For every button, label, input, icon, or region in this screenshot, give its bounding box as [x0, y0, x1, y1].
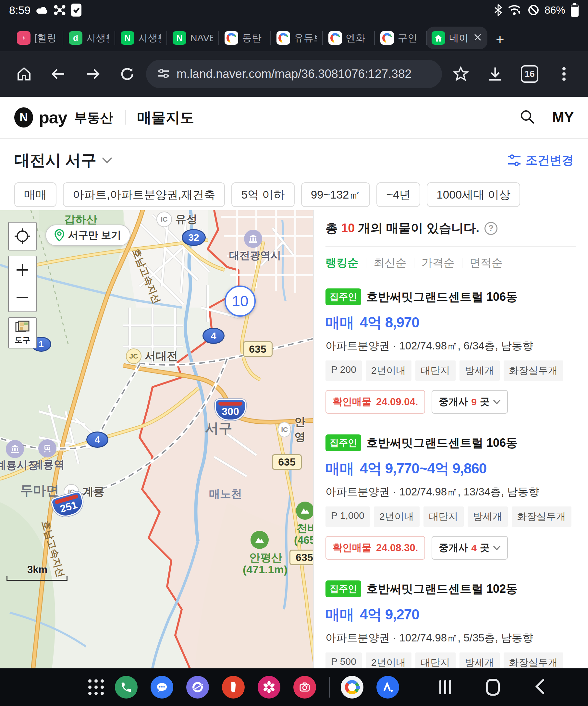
listing-card[interactable]: 집주인 호반써밋그랜드센트럴 106동 매매 4억 9,770~4억 9,860… [314, 425, 588, 571]
listing-title: 호반써밋그랜드센트럴 102동 [366, 581, 518, 597]
listing-title: 호반써밋그랜드센트럴 106동 [366, 289, 518, 305]
listing-cluster-marker[interactable]: 10 [225, 285, 256, 317]
listing-card[interactable]: 집주인 호반써밋그랜드센트럴 106동 매매 4억 8,970 아파트분양권 ·… [314, 279, 588, 425]
listing-price: 4억 9,770~4억 9,860 [360, 459, 486, 478]
back-icon[interactable] [43, 58, 74, 89]
help-icon[interactable]: ? [484, 222, 498, 235]
deal-type: 매매 [325, 313, 354, 332]
tab-dongtan[interactable]: 동탄 [219, 27, 271, 49]
tab-naver[interactable]: N NAVER [167, 27, 219, 49]
deal-type: 매매 [325, 459, 354, 478]
battery-percent: 86% [545, 4, 565, 16]
chip-price[interactable]: 5억 이하 [231, 182, 294, 207]
download-icon[interactable] [480, 58, 511, 89]
google-app-icon[interactable] [341, 676, 363, 699]
agent-count-dropdown[interactable]: 중개사 4 곳 [432, 536, 508, 560]
city-hall-icon [244, 230, 262, 248]
map-tools-button[interactable]: 도구 [8, 317, 37, 348]
listing-card[interactable]: 집주인 호반써밋그랜드센트럴 102동 매매 4억 9,270 아파트분양권 ·… [314, 571, 588, 668]
listing-tag: P 200 [325, 360, 362, 381]
tab-count-button[interactable]: 16 [514, 58, 545, 89]
zoom-in-button[interactable] [8, 256, 37, 284]
url-text[interactable]: m.land.naver.com/map/36.3081076:127.382 [177, 67, 431, 81]
site-settings-icon[interactable] [157, 67, 170, 81]
real-estate-label[interactable]: 부동산 [74, 109, 113, 126]
naver-blue-app-icon[interactable] [377, 676, 399, 699]
phone-app-icon[interactable] [115, 676, 138, 699]
my-location-button[interactable] [8, 222, 37, 250]
home-key[interactable] [486, 679, 500, 696]
listing-tag: P 500 [325, 653, 362, 668]
layers-icon [15, 320, 30, 334]
city-label: 대전광역시 [229, 248, 281, 263]
listing-tag: 화장실두개 [504, 653, 563, 668]
flower-app-icon[interactable] [258, 676, 280, 699]
reload-icon[interactable] [112, 58, 143, 89]
tab-jobs[interactable]: 구인 [375, 27, 426, 49]
map-canvas[interactable]: 갑하산 (468.7m) IC 유성 32 대전광역시 호남고속지선 1 JC … [0, 210, 313, 668]
divider [125, 110, 126, 125]
menu-kebab-icon[interactable] [548, 58, 580, 89]
dock-separator [329, 677, 330, 698]
listing-tag: 방세개 [460, 360, 500, 381]
listing-tag: 화장실두개 [504, 360, 563, 381]
route-635-badge: 635 [243, 341, 273, 357]
tab-favicon [225, 31, 238, 45]
status-bar: 8:59 [0, 0, 588, 20]
tab-youtube[interactable]: 유튜브 [271, 27, 322, 49]
agent-count-dropdown[interactable]: 중개사 9 곳 [432, 390, 508, 414]
home-icon[interactable] [8, 58, 40, 89]
new-tab-button[interactable]: + [496, 31, 504, 49]
red-app-icon[interactable] [222, 676, 245, 699]
owner-badge: 집주인 [325, 288, 361, 305]
sort-newest[interactable]: 최신순 [374, 256, 406, 270]
map-scale-label: 3km [27, 564, 47, 576]
mountain-icon-anpyeongsan [250, 531, 269, 549]
listing-title: 호반써밋그랜드센트럴 106동 [366, 435, 518, 451]
listing-tag: 화장실두개 [512, 506, 572, 527]
route-32-shield: 32 [182, 229, 206, 246]
station-icon [38, 439, 56, 458]
sort-area[interactable]: 면적순 [470, 256, 503, 270]
chip-property-type[interactable]: 아파트,아파트분양권,재건축 [63, 182, 225, 207]
sort-ranking[interactable]: 랭킹순 [325, 256, 359, 270]
chip-deal-type[interactable]: 매매 [14, 182, 56, 207]
listing-details: 아파트분양권 · 102/74.98㎡, 13/34층, 남동향 [325, 485, 576, 499]
tab-favicon [328, 31, 342, 45]
checklist-notification-icon [71, 3, 82, 17]
see-district-only-button[interactable]: 서구만 보기 [45, 225, 130, 246]
tab-privacy-2[interactable]: N 사생활 [115, 27, 167, 49]
tab-privacy-1[interactable]: d 사생활 [63, 27, 115, 49]
messages-app-icon[interactable] [151, 676, 173, 699]
back-key[interactable] [535, 678, 546, 696]
screen: 8:59 [0, 0, 588, 706]
chip-age[interactable]: ~4년 [377, 182, 420, 207]
sort-price[interactable]: 가격순 [422, 256, 455, 270]
route-635-badge-mid: 635 [272, 454, 302, 470]
camera-app-icon[interactable] [293, 676, 316, 699]
blocked-mode-icon [527, 4, 539, 16]
chip-area[interactable]: 99~132㎡ [301, 182, 370, 207]
bookmark-star-icon[interactable] [445, 58, 476, 89]
region-selector[interactable]: 대전시 서구 [14, 150, 113, 171]
samsung-internet-app-icon[interactable] [186, 676, 209, 699]
gyeryong-cityhall-icon [6, 440, 24, 458]
search-icon[interactable] [519, 109, 536, 126]
forward-icon[interactable] [77, 58, 108, 89]
route-4-shield: 4 [202, 328, 225, 344]
url-bar[interactable]: m.land.naver.com/map/36.3081076:127.382 [146, 60, 442, 88]
tab-healing[interactable]: ✳ [힐링 [11, 27, 63, 49]
mountain-icon-cheonbisan [296, 502, 313, 520]
tab-close-icon[interactable] [473, 33, 482, 43]
app-drawer-icon[interactable] [88, 679, 104, 695]
tab-yen[interactable]: 엔화 [322, 27, 375, 49]
chip-households[interactable]: 1000세대 이상 [427, 182, 520, 207]
my-menu[interactable]: MY [552, 109, 574, 125]
condition-change-button[interactable]: 조건변경 [508, 152, 574, 168]
station-label: 계룡역 [33, 458, 65, 472]
naver-pay-logo[interactable]: N [14, 107, 33, 127]
wifi-icon [508, 4, 522, 16]
zoom-out-button[interactable] [8, 283, 37, 312]
recents-key[interactable] [439, 680, 451, 694]
tab-naver-land-active[interactable]: 네이버 [426, 27, 487, 49]
